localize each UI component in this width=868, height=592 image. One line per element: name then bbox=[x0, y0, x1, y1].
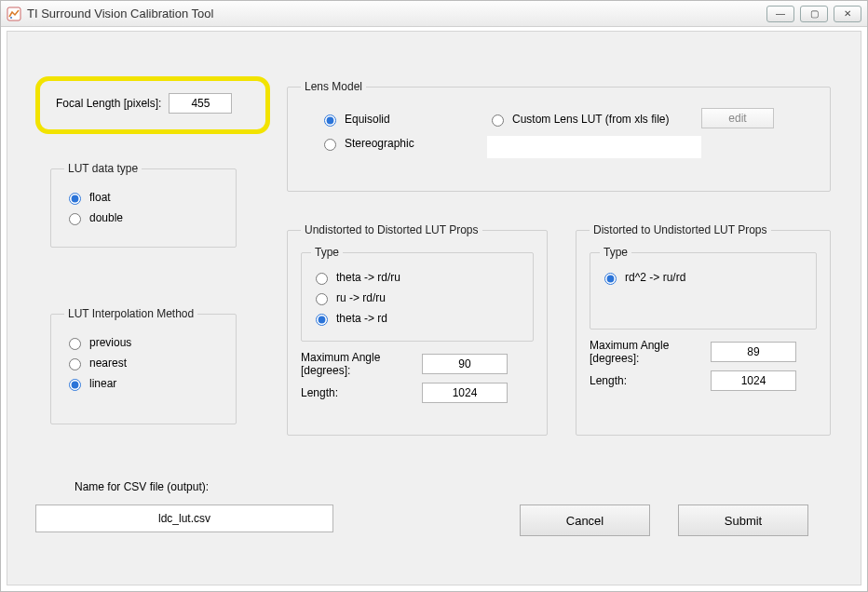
lens-custom-radio[interactable] bbox=[492, 114, 504, 127]
u2d-length-label: Length: bbox=[301, 386, 413, 399]
submit-button[interactable]: Submit bbox=[678, 505, 808, 536]
u2d-length-input[interactable] bbox=[422, 383, 508, 403]
svg-point-1 bbox=[10, 17, 12, 19]
lut-interp-legend: LUT Interpolation Method bbox=[64, 307, 197, 320]
interp-previous-label[interactable]: previous bbox=[89, 336, 131, 349]
lens-stereographic-label[interactable]: Stereographic bbox=[345, 137, 414, 150]
lut-type-float-radio[interactable] bbox=[69, 193, 81, 205]
u2d-type-theta-rdru-radio[interactable] bbox=[316, 273, 328, 285]
minimize-button[interactable]: — bbox=[766, 6, 794, 22]
window-title: TI Surround Vision Calibration Tool bbox=[27, 7, 766, 20]
app-icon bbox=[7, 7, 21, 21]
focal-length-input[interactable] bbox=[169, 93, 232, 114]
lut-type-float-label[interactable]: float bbox=[89, 191, 111, 204]
u2d-type-theta-rd-label[interactable]: theta -> rd bbox=[336, 312, 387, 325]
interp-nearest-radio[interactable] bbox=[69, 358, 81, 370]
titlebar: TI Surround Vision Calibration Tool — ▢ … bbox=[1, 1, 867, 27]
u2d-type-ru-rdru-label[interactable]: ru -> rd/ru bbox=[336, 291, 386, 304]
content-panel: Focal Length [pixels]: LUT data type flo… bbox=[7, 31, 861, 585]
lut-type-double-label[interactable]: double bbox=[89, 211, 123, 224]
d2u-maxangle-label: Maximum Angle [degrees]: bbox=[590, 339, 701, 365]
d2u-length-label: Length: bbox=[590, 374, 701, 387]
lens-custom-path-input[interactable] bbox=[487, 136, 701, 158]
csv-output-label: Name for CSV file (output): bbox=[75, 480, 209, 493]
lut-data-type-legend: LUT data type bbox=[64, 162, 142, 175]
interp-linear-radio[interactable] bbox=[69, 379, 81, 391]
u2d-type-theta-rdru-label[interactable]: theta -> rd/ru bbox=[336, 271, 400, 284]
window: TI Surround Vision Calibration Tool — ▢ … bbox=[0, 0, 868, 592]
lens-equisolid-radio[interactable] bbox=[324, 114, 336, 127]
focal-length-row: Focal Length [pixels]: bbox=[56, 93, 232, 114]
lens-equisolid-label[interactable]: Equisolid bbox=[345, 113, 390, 126]
d2u-maxangle-input[interactable] bbox=[711, 342, 796, 362]
csv-output-input[interactable] bbox=[35, 505, 333, 532]
d2u-type-legend: Type bbox=[600, 246, 631, 259]
interp-linear-label[interactable]: linear bbox=[89, 377, 116, 390]
lens-stereographic-radio[interactable] bbox=[324, 139, 336, 151]
d2u-type-rd2-rurd-radio[interactable] bbox=[604, 273, 617, 285]
lut-type-double-radio[interactable] bbox=[69, 213, 81, 225]
window-buttons: — ▢ ✕ bbox=[766, 6, 861, 22]
u2d-type-group: Type theta -> rd/ru ru -> rd/ru theta ->… bbox=[301, 246, 534, 342]
u2d-maxangle-input[interactable] bbox=[422, 354, 508, 374]
d2u-type-group: Type rd^2 -> ru/rd bbox=[590, 246, 817, 330]
cancel-button[interactable]: Cancel bbox=[520, 505, 650, 536]
u2d-legend: Undistorted to Distorted LUT Props bbox=[301, 223, 482, 236]
d2u-legend: Distorted to Undistorted LUT Props bbox=[590, 223, 771, 236]
lens-edit-button[interactable]: edit bbox=[701, 108, 774, 128]
u2d-type-theta-rd-radio[interactable] bbox=[316, 314, 328, 326]
close-button[interactable]: ✕ bbox=[834, 6, 861, 22]
maximize-button[interactable]: ▢ bbox=[800, 6, 828, 22]
d2u-group: Distorted to Undistorted LUT Props Type … bbox=[576, 223, 831, 436]
interp-nearest-label[interactable]: nearest bbox=[89, 357, 127, 370]
d2u-type-rd2-rurd-label[interactable]: rd^2 -> ru/rd bbox=[625, 271, 685, 284]
lens-model-group: Lens Model Equisolid Stereographic C bbox=[287, 80, 831, 192]
interp-previous-radio[interactable] bbox=[69, 338, 81, 350]
u2d-type-ru-rdru-radio[interactable] bbox=[316, 293, 328, 305]
focal-length-label: Focal Length [pixels]: bbox=[56, 97, 161, 110]
lut-data-type-group: LUT data type float double bbox=[50, 162, 237, 248]
lut-interp-group: LUT Interpolation Method previous neares… bbox=[50, 307, 237, 424]
u2d-group: Undistorted to Distorted LUT Props Type … bbox=[287, 223, 548, 436]
u2d-type-legend: Type bbox=[311, 246, 343, 259]
lens-custom-label[interactable]: Custom Lens LUT (from xls file) bbox=[512, 113, 670, 126]
u2d-maxangle-label: Maximum Angle [degrees]: bbox=[301, 351, 413, 377]
lens-model-legend: Lens Model bbox=[301, 80, 366, 93]
d2u-length-input[interactable] bbox=[711, 370, 796, 391]
